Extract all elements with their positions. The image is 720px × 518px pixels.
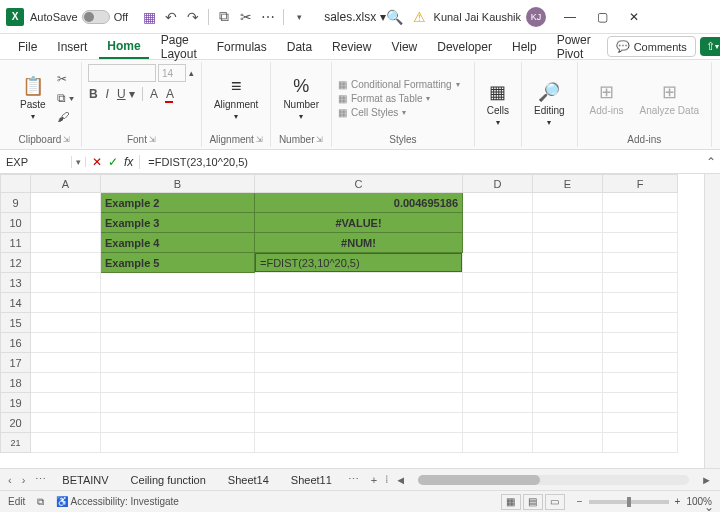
dialog-launcher-icon[interactable]: ⇲ <box>149 135 156 144</box>
cell[interactable] <box>603 333 678 353</box>
alignment-button[interactable]: ≡ Alignment ▾ <box>208 72 264 125</box>
cell[interactable] <box>603 213 678 233</box>
avatar[interactable]: KJ <box>526 7 546 27</box>
col-header-f[interactable]: F <box>603 175 678 193</box>
cell-styles-button[interactable]: ▦Cell Styles▾ <box>338 106 460 119</box>
accept-icon[interactable]: ✓ <box>108 155 118 169</box>
format-as-table-button[interactable]: ▦Format as Table▾ <box>338 92 460 105</box>
editing-button[interactable]: 🔎 Editing ▾ <box>528 77 571 131</box>
col-header-e[interactable]: E <box>533 175 603 193</box>
row-header[interactable]: 17 <box>1 353 31 373</box>
cell[interactable] <box>255 413 463 433</box>
cell[interactable] <box>31 373 101 393</box>
cell[interactable]: Example 2 <box>101 193 255 213</box>
cell[interactable] <box>463 353 533 373</box>
font-size-select[interactable]: 14 <box>158 64 186 82</box>
add-sheet-button[interactable]: + <box>365 474 383 486</box>
redo-icon[interactable]: ↷ <box>186 10 200 24</box>
cell[interactable] <box>533 413 603 433</box>
cell[interactable] <box>463 333 533 353</box>
cell[interactable] <box>31 313 101 333</box>
cell[interactable] <box>463 413 533 433</box>
cell[interactable]: Example 3 <box>101 213 255 233</box>
scroll-right-icon[interactable]: ► <box>697 474 716 486</box>
page-layout-view-button[interactable]: ▤ <box>523 494 543 510</box>
accessibility-status[interactable]: ♿ Accessibility: Investigate <box>56 496 179 507</box>
cell[interactable] <box>463 233 533 253</box>
col-header-c[interactable]: C <box>255 175 463 193</box>
tab-power-pivot[interactable]: Power Pivot <box>549 29 599 65</box>
more-icon[interactable]: ⋯ <box>261 10 275 24</box>
zoom-in-icon[interactable]: + <box>675 496 681 507</box>
cell[interactable] <box>101 313 255 333</box>
cell[interactable] <box>101 373 255 393</box>
cell[interactable] <box>603 253 678 273</box>
cell[interactable] <box>533 233 603 253</box>
comments-button[interactable]: 💬 Comments <box>607 36 696 57</box>
scroll-left-icon[interactable]: ◄ <box>391 474 410 486</box>
formula-input[interactable]: =FDIST(23,10^20,5) <box>140 156 702 168</box>
autosave-toggle[interactable]: AutoSave Off <box>30 10 128 24</box>
sheet-tab[interactable]: Ceiling function <box>121 472 216 488</box>
cell[interactable] <box>463 393 533 413</box>
cell[interactable] <box>463 433 533 453</box>
cell[interactable] <box>31 333 101 353</box>
zoom-slider[interactable] <box>589 500 669 504</box>
cell[interactable] <box>533 193 603 213</box>
file-name[interactable]: sales.xlsx ▾ <box>324 10 385 24</box>
cell[interactable] <box>31 253 101 273</box>
cell[interactable] <box>101 413 255 433</box>
close-button[interactable]: ✕ <box>620 5 648 29</box>
row-header[interactable]: 9 <box>1 193 31 213</box>
cell[interactable] <box>603 393 678 413</box>
select-all-button[interactable] <box>1 175 31 193</box>
collapse-ribbon-icon[interactable]: ⌄ <box>704 500 714 514</box>
zoom-control[interactable]: − + 100% <box>577 496 712 507</box>
fx-icon[interactable]: fx <box>124 155 133 169</box>
cell[interactable] <box>533 313 603 333</box>
cell[interactable] <box>463 313 533 333</box>
analyze-data-button[interactable]: ⊞ Analyze Data <box>634 77 705 120</box>
tab-help[interactable]: Help <box>504 36 545 58</box>
sheet-tab[interactable]: Sheet14 <box>218 472 279 488</box>
sheet-nav-next[interactable]: › <box>18 474 30 486</box>
cell[interactable] <box>31 233 101 253</box>
font-case-button[interactable]: A <box>149 86 159 102</box>
maximize-button[interactable]: ▢ <box>588 5 616 29</box>
normal-view-button[interactable]: ▦ <box>501 494 521 510</box>
row-header[interactable]: 18 <box>1 373 31 393</box>
cell[interactable] <box>101 393 255 413</box>
workbook-stats-icon[interactable]: ⧉ <box>37 496 44 508</box>
cell[interactable] <box>255 373 463 393</box>
cell[interactable] <box>603 273 678 293</box>
cell[interactable] <box>31 393 101 413</box>
cell[interactable] <box>533 253 603 273</box>
cell[interactable]: 0.004695186 <box>255 193 463 213</box>
row-header[interactable]: 12 <box>1 253 31 273</box>
user-account[interactable]: ⚠ Kunal Jai Kaushik KJ <box>413 7 546 27</box>
conditional-formatting-button[interactable]: ▦Conditional Formatting▾ <box>338 78 460 91</box>
active-cell[interactable]: =FDIST(23,10^20,5) <box>255 253 463 273</box>
row-header[interactable]: 14 <box>1 293 31 313</box>
cell[interactable] <box>533 373 603 393</box>
bold-button[interactable]: B <box>88 86 99 102</box>
dialog-launcher-icon[interactable]: ⇲ <box>256 135 263 144</box>
cell[interactable] <box>463 373 533 393</box>
tab-home[interactable]: Home <box>99 35 148 59</box>
cell[interactable] <box>463 213 533 233</box>
cut-icon[interactable]: ✂ <box>239 10 253 24</box>
underline-button[interactable]: U ▾ <box>116 86 136 102</box>
cell[interactable] <box>31 433 101 453</box>
cell[interactable] <box>31 293 101 313</box>
save-icon[interactable]: ▦ <box>142 10 156 24</box>
zoom-out-icon[interactable]: − <box>577 496 583 507</box>
cell[interactable] <box>463 293 533 313</box>
col-header-d[interactable]: D <box>463 175 533 193</box>
tab-insert[interactable]: Insert <box>49 36 95 58</box>
cell[interactable] <box>31 273 101 293</box>
search-icon[interactable]: 🔍 <box>386 9 403 25</box>
copy-button[interactable]: ⧉ ▾ <box>56 90 75 106</box>
font-name-select[interactable] <box>88 64 156 82</box>
copy-icon[interactable]: ⧉ <box>217 10 231 24</box>
cell[interactable] <box>101 273 255 293</box>
